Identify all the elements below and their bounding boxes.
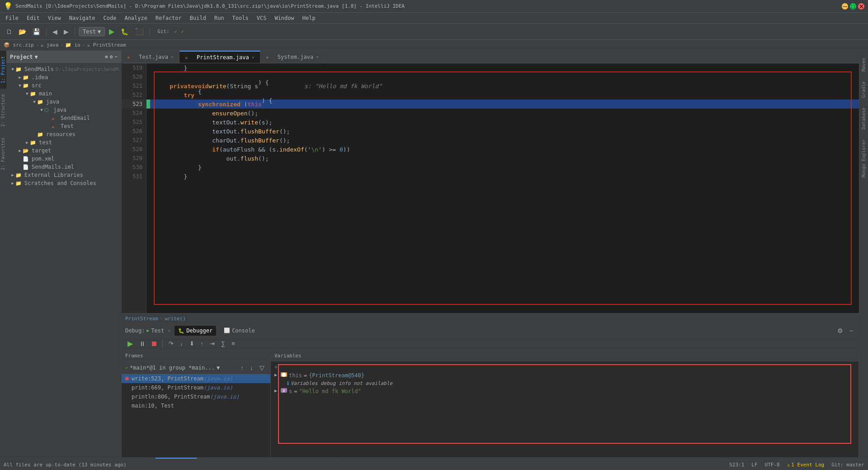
menu-refactor[interactable]: Refactor bbox=[152, 14, 185, 22]
forward-button[interactable]: ▶ bbox=[61, 27, 71, 37]
tree-sendmails[interactable]: ▼ 📁 SendMails D:\IdeaProjects\SendM... bbox=[6, 65, 121, 73]
tree-java-folder[interactable]: ▼ 📁 java bbox=[6, 98, 121, 106]
var-this[interactable]: ▶ ⬤ this = {PrintStream@540} bbox=[271, 371, 859, 380]
project-dropdown[interactable]: Project bbox=[10, 54, 33, 60]
menu-view[interactable]: View bbox=[44, 14, 65, 22]
step-over-btn[interactable]: ↷ bbox=[166, 339, 176, 348]
code-content[interactable]: } private void write(String s) { s: "Hel… bbox=[146, 63, 859, 313]
menu-navigate[interactable]: Navigate bbox=[66, 14, 99, 22]
tree-iml[interactable]: 📄 SendMails.iml bbox=[6, 163, 121, 171]
menu-build[interactable]: Build bbox=[186, 14, 210, 22]
tree-test-folder[interactable]: ▶ 📁 test bbox=[6, 138, 121, 147]
run-config-selector[interactable]: Test ▼ bbox=[79, 27, 105, 36]
tab-debugger[interactable]: 🐛 Debugger bbox=[174, 325, 217, 336]
tree-resources[interactable]: 📁 resources bbox=[6, 130, 121, 138]
stop-debug-btn[interactable] bbox=[150, 339, 159, 349]
tab-close[interactable]: ✕ bbox=[171, 54, 174, 59]
new-file-button[interactable]: 🗋 bbox=[4, 27, 14, 37]
menu-code[interactable]: Code bbox=[100, 14, 120, 22]
frames-up-btn[interactable]: ↑ bbox=[238, 363, 246, 373]
back-button[interactable]: ◀ bbox=[50, 27, 60, 37]
variables-add-btn[interactable]: + bbox=[274, 364, 278, 370]
vtab-structure[interactable]: 2: Structure bbox=[0, 89, 6, 132]
debug-hide-btn[interactable]: − bbox=[847, 326, 855, 336]
project-collapse-btn[interactable]: − bbox=[114, 54, 118, 60]
frames-down-btn[interactable]: ↓ bbox=[248, 363, 255, 373]
menu-analyze[interactable]: Analyze bbox=[121, 14, 151, 22]
tab-printstream[interactable]: ☕ PrintStream.java ✕ bbox=[179, 51, 260, 63]
save-button[interactable]: 💾 bbox=[30, 27, 42, 37]
pause-btn[interactable]: ⏸ bbox=[137, 339, 148, 349]
tree-package[interactable]: ▼ ⬡ java bbox=[6, 106, 121, 114]
breadcrumb-java[interactable]: ☕ java bbox=[41, 42, 59, 48]
tab-close[interactable]: ✕ bbox=[252, 55, 255, 60]
tab-close[interactable]: ✕ bbox=[316, 54, 319, 59]
project-settings-btn[interactable]: ⚙ bbox=[110, 54, 113, 60]
debug-session-label: Test bbox=[151, 328, 164, 334]
tree-ext-libs[interactable]: ▶ 📁 External Libraries bbox=[6, 171, 121, 179]
bc-write[interactable]: write() bbox=[165, 316, 185, 322]
tree-target[interactable]: ▶ 📂 target bbox=[6, 147, 121, 155]
menu-edit[interactable]: Edit bbox=[23, 14, 43, 22]
menu-window[interactable]: Window bbox=[271, 14, 297, 22]
resume-btn[interactable]: ▶ bbox=[125, 338, 135, 349]
frame-write[interactable]: write:523, PrintStream (java.io) bbox=[122, 374, 270, 383]
tree-test[interactable]: ☕ Test bbox=[6, 122, 121, 130]
step-into-mine-btn[interactable]: ⬇ bbox=[187, 339, 197, 348]
trace-btn[interactable]: ≡ bbox=[229, 339, 237, 348]
menu-help[interactable]: Help bbox=[299, 14, 319, 22]
thread-selector[interactable]: ✓ *main*@1 in group *main... ▼ bbox=[125, 365, 236, 371]
tree-scratches[interactable]: ▶ 📁 Scratches and Consoles bbox=[6, 179, 121, 187]
status-line-ending[interactable]: LF bbox=[751, 462, 757, 468]
right-panel-database[interactable]: Database bbox=[860, 104, 867, 133]
status-position[interactable]: 523:1 bbox=[729, 462, 744, 468]
frame-main[interactable]: main:10, Test bbox=[122, 401, 270, 410]
var-expand-arrow[interactable]: ▶ bbox=[274, 372, 281, 377]
frame-print[interactable]: print:669, PrintStream (java.io) bbox=[122, 383, 270, 392]
maximize-button[interactable]: □ bbox=[850, 3, 856, 9]
thread-arrow[interactable]: ▼ bbox=[217, 365, 220, 371]
open-button[interactable]: 📂 bbox=[16, 27, 28, 37]
frame-println[interactable]: println:806, PrintStream (java.io) bbox=[122, 392, 270, 401]
right-panel-gradle[interactable]: Gradle bbox=[860, 78, 867, 101]
step-out-btn[interactable]: ↑ bbox=[198, 339, 206, 348]
breadcrumb-io[interactable]: 📁 io bbox=[65, 42, 80, 48]
var-expand-arrow[interactable]: ▶ bbox=[274, 388, 281, 393]
tree-pomxml[interactable]: 📄 pom.xml bbox=[6, 155, 121, 163]
tab-testjava[interactable]: ☕ Test.java ✕ bbox=[122, 51, 179, 63]
tree-src[interactable]: ▼ 📁 src bbox=[6, 81, 121, 90]
frames-filter-btn[interactable]: ▽ bbox=[257, 363, 267, 373]
bc-printstream[interactable]: PrintStream bbox=[125, 316, 158, 322]
tree-idea[interactable]: ▶ 📁 .idea bbox=[6, 73, 121, 81]
menu-vcs[interactable]: VCS bbox=[253, 14, 270, 22]
right-panel-maven[interactable]: Maven bbox=[860, 54, 867, 75]
menu-run[interactable]: Run bbox=[211, 14, 228, 22]
tab-systemjava[interactable]: ☕ System.java ✕ bbox=[260, 51, 325, 63]
project-locate-btn[interactable]: ⊕ bbox=[105, 54, 108, 60]
project-dropdown-arrow[interactable]: ▼ bbox=[35, 54, 38, 60]
status-encoding[interactable]: UTF-8 bbox=[765, 462, 780, 468]
run-to-cursor-btn[interactable]: ⇥ bbox=[208, 339, 217, 348]
vtab-project[interactable]: 1: Project bbox=[0, 51, 6, 89]
evaluate-btn[interactable]: ∑ bbox=[219, 339, 227, 348]
menu-tools[interactable]: Tools bbox=[229, 14, 252, 22]
step-into-btn[interactable]: ↓ bbox=[178, 339, 185, 348]
tab-console[interactable]: ⬜ Console bbox=[220, 326, 259, 336]
run-button[interactable]: ▶ bbox=[107, 26, 117, 37]
tree-sendemail[interactable]: ☕ SendEmail bbox=[6, 114, 121, 122]
minimize-button[interactable]: ─ bbox=[842, 3, 848, 9]
stop-button[interactable]: ⬛ bbox=[132, 26, 146, 37]
menu-file[interactable]: File bbox=[2, 14, 22, 22]
tree-main[interactable]: ▼ 📁 main bbox=[6, 90, 121, 98]
debug-close-btn[interactable]: ✕ bbox=[168, 328, 170, 333]
var-s[interactable]: ▶ p s = "Hello md fk World" bbox=[271, 387, 859, 395]
breadcrumb-printstream[interactable]: ☕ PrintStream bbox=[87, 42, 126, 48]
close-button[interactable]: ✕ bbox=[858, 3, 864, 9]
debug-button[interactable]: 🐛 bbox=[118, 27, 131, 37]
status-event-log[interactable]: ⚠ 1 Event Log bbox=[787, 462, 824, 468]
breadcrumb-srczip[interactable]: 📦 src.zip bbox=[4, 42, 34, 48]
status-git[interactable]: Git: master bbox=[831, 462, 864, 468]
vtab-favorites[interactable]: 2: Favorites bbox=[0, 132, 6, 176]
right-panel-mongo[interactable]: Mongo Explorer bbox=[860, 136, 867, 181]
debug-settings-btn[interactable]: ⚙ bbox=[835, 326, 845, 336]
